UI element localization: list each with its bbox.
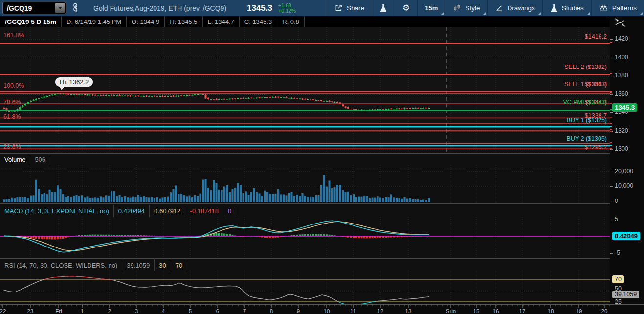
price-level-label: BUY 2 ($1305) — [567, 135, 607, 142]
macd-tick-label: -5 — [615, 249, 620, 256]
time-tick-label: 18 — [548, 308, 554, 314]
level-tick — [610, 117, 612, 118]
menu-corner-arrow — [483, 12, 486, 15]
level-tick — [610, 42, 612, 43]
toolbar-menus: Share ⚙ 15m Style — [327, 0, 644, 16]
axis-tick — [610, 149, 613, 150]
rsi-plot[interactable] — [0, 271, 610, 304]
panel-divider[interactable] — [0, 203, 644, 204]
time-tick-label: 8 — [270, 308, 273, 314]
time-tick-label: 17 — [519, 308, 526, 314]
price-tick-label: 1420 — [615, 35, 628, 42]
top-toolbar: /GCQ19 Gold Futures,Aug-2019, ETH (prev.… — [0, 0, 644, 16]
price-plot[interactable] — [0, 27, 610, 153]
time-tick-label: 19 — [576, 308, 582, 314]
macd-plot[interactable] — [0, 217, 610, 258]
level-tick — [610, 123, 612, 124]
menu-corner-arrow — [75, 10, 77, 12]
high-tooltip: Hi: 1362.2 — [55, 77, 93, 87]
chevron-down-icon — [58, 7, 62, 9]
time-tick-label: 11 — [350, 308, 356, 314]
axis-tick — [610, 186, 613, 187]
toolbar-last-price: 1345.3 — [247, 3, 272, 13]
level-tick — [610, 145, 612, 146]
macd-value: 0.420494 — [114, 205, 150, 217]
thinkorswim-chart-app: /GCQ19 Gold Futures,Aug-2019, ETH (prev.… — [0, 0, 644, 314]
change-abs: +1.60 — [278, 3, 296, 8]
time-tick-label: 7 — [243, 308, 246, 314]
price-axis[interactable]: 14201400138013601340132013001345.320,000… — [610, 16, 644, 304]
time-tick-label: 16 — [493, 308, 499, 314]
volume-plot[interactable] — [0, 165, 610, 203]
time-tick-label: 9 — [297, 308, 300, 314]
macd-hist-value: -0.187418 — [185, 205, 223, 217]
axis-tick — [610, 220, 613, 220]
symbol-input[interactable]: /GCQ19 — [2, 2, 66, 14]
patterns-button[interactable]: Patterns — [591, 0, 644, 16]
chart-settings-button[interactable]: ⚙ — [395, 0, 417, 16]
fib-level-label: 78.6% — [3, 99, 21, 106]
price-tick-label: 1380 — [615, 72, 628, 79]
macd-signal-value: 0.607912 — [150, 205, 185, 217]
time-tick-label: 6 — [216, 308, 219, 314]
menu-corner-arrow — [538, 12, 541, 15]
timeframe-button[interactable]: 15m — [417, 0, 445, 16]
symbol-link-button[interactable] — [72, 3, 79, 14]
time-tick-label: 20 — [601, 308, 608, 314]
menu-corner-arrow — [640, 12, 643, 15]
patterns-icon — [599, 4, 608, 12]
rsi-value-badge: 39.1059 — [612, 291, 639, 298]
fib-level-label: 100.0% — [3, 82, 24, 89]
gear-icon: ⚙ — [402, 4, 410, 12]
chart-symbol-timeframe: /GCQ19 5 D 15m — [0, 16, 62, 27]
ohlc-high: H: 1345.5 — [165, 16, 202, 27]
time-tick-label: 10 — [324, 308, 330, 314]
time-tick-label: 3 — [135, 308, 138, 314]
studies-label: Studies — [562, 4, 584, 12]
volume-tick-label: 10,000 — [615, 182, 633, 189]
macd-title: MACD (14, 3, 3, EXPONENTIAL, no) — [0, 205, 114, 217]
style-button[interactable]: Style — [445, 0, 487, 16]
volume-tick-label: 20,000 — [615, 168, 633, 175]
menu-corner-arrow — [441, 12, 444, 15]
studies-button[interactable]: Studies — [542, 0, 591, 16]
ohlc-close: C: 1345.3 — [240, 16, 277, 27]
rsi-overbought: 70 — [171, 259, 187, 271]
rsi-value: 39.1059 — [122, 259, 155, 271]
ohlc-range: R: 0.8 — [277, 16, 305, 27]
auto-scale-icon[interactable] — [613, 17, 627, 28]
time-tick-label: Fri — [55, 308, 62, 314]
time-tick-label: 12 — [378, 308, 384, 314]
fib-level-label: 23.6% — [3, 143, 21, 150]
share-icon — [334, 4, 343, 12]
fib-level-label: 161.8% — [3, 32, 24, 39]
share-button[interactable]: Share — [327, 0, 372, 16]
level-tick — [610, 126, 612, 127]
onDemand-button[interactable] — [372, 0, 395, 16]
axis-tick — [610, 202, 613, 202]
style-label: Style — [465, 4, 480, 12]
time-tick-label: 5 — [189, 308, 192, 314]
time-axis[interactable]: 2223Fri12345678910111213Sun151617181920 — [0, 304, 644, 314]
drawings-button[interactable]: Drawings — [487, 0, 542, 16]
flask-icon — [379, 4, 387, 13]
price-tick-label: 1300 — [615, 145, 628, 152]
share-label: Share — [347, 4, 364, 12]
price-level-label: $1295.2 — [585, 144, 607, 151]
level-tick — [610, 131, 612, 132]
macd-zero-value: 0 — [223, 205, 236, 217]
axis-tick — [610, 76, 613, 76]
symbol-dropdown-button[interactable] — [55, 3, 65, 13]
level-tick — [610, 92, 612, 93]
rsi-oversold: 30 — [155, 259, 171, 271]
rsi-header: RSI (14, 70, 30, CLOSE, WILDERS, no) 39.… — [0, 259, 610, 271]
volume-value: 506 — [30, 154, 50, 165]
price-change: +1.60 +0.12% — [278, 3, 296, 14]
price-tick-label: 1320 — [615, 127, 628, 134]
macd-header: MACD (14, 3, 3, EXPONENTIAL, no) 0.42049… — [0, 205, 610, 218]
last-price-badge: 1345.3 — [612, 103, 637, 112]
time-tick-label: 2 — [108, 308, 111, 314]
rsi-70-badge: 70 — [612, 275, 624, 283]
time-axis-ruler — [0, 305, 610, 308]
volume-tick-label: 0 — [615, 198, 618, 204]
